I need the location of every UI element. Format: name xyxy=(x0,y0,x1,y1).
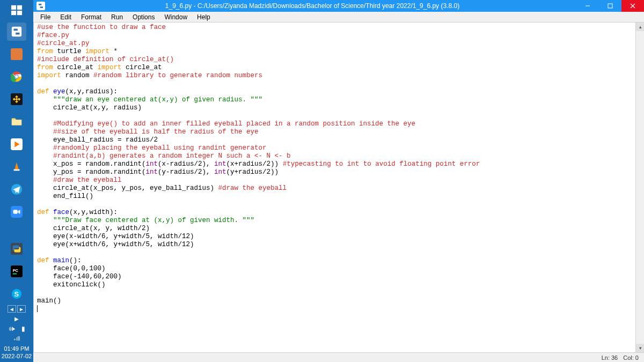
zoom-icon xyxy=(11,206,23,218)
svg-text:S: S xyxy=(14,290,19,298)
vlc-icon xyxy=(11,161,23,173)
svg-rect-0 xyxy=(11,5,16,10)
skype-icon: S xyxy=(11,288,23,300)
python-icon xyxy=(11,243,23,255)
idle-title-icon xyxy=(36,2,45,10)
editor-area: #use the function to draw a face#face.py… xyxy=(33,23,644,352)
taskbar-system-tray: ◄ ► ▶ 🕪 ▮ ₊ıll 01:49 PM 2022-07-02 xyxy=(0,305,33,362)
menu-window[interactable]: Window xyxy=(159,12,192,22)
taskbar-time: 01:49 PM xyxy=(2,345,32,352)
taskbar-date: 2022-07-02 xyxy=(2,352,32,360)
taskbar-app-python[interactable] xyxy=(7,240,26,258)
svg-text:PC: PC xyxy=(13,268,19,273)
chrome-icon xyxy=(11,71,23,83)
windows-logo-icon xyxy=(11,4,23,16)
start-button[interactable] xyxy=(0,0,33,20)
menu-options[interactable]: Options xyxy=(128,12,159,22)
taskbar-app-explorer[interactable] xyxy=(7,113,26,131)
taskbar-app-telegram[interactable] xyxy=(7,180,26,198)
svg-rect-1 xyxy=(17,5,22,10)
pycharm-icon: PC xyxy=(11,265,23,277)
menu-run[interactable]: Run xyxy=(106,12,128,22)
svg-rect-14 xyxy=(13,210,18,214)
media-player-icon xyxy=(11,138,23,150)
network-icon[interactable]: ₊ıll xyxy=(13,336,20,342)
taskbar-app-idle[interactable] xyxy=(7,23,26,41)
taskbar-app-chrome[interactable] xyxy=(7,68,26,86)
volume-icon[interactable]: 🕪 xyxy=(9,325,15,333)
svg-rect-18 xyxy=(13,274,17,275)
taskbar-app-skype[interactable]: S xyxy=(7,285,26,303)
taskbar-arrow-right[interactable]: ► xyxy=(17,305,26,313)
menu-format[interactable]: Format xyxy=(76,12,106,22)
svg-rect-11 xyxy=(14,169,20,171)
menu-help[interactable]: Help xyxy=(192,12,215,22)
svg-rect-23 xyxy=(608,4,612,8)
taskbar-show-hidden[interactable]: ▶ xyxy=(14,316,19,322)
svg-rect-4 xyxy=(12,27,21,36)
status-col: Col: 0 xyxy=(623,354,639,361)
vertical-scrollbar[interactable]: ▴ ▾ xyxy=(635,23,644,352)
taskbar-app-media[interactable] xyxy=(7,135,26,153)
taskbar-app-1[interactable] xyxy=(7,45,26,63)
status-line: Ln: 36 xyxy=(602,354,618,361)
minimize-button[interactable] xyxy=(576,0,599,12)
menu-edit[interactable]: Edit xyxy=(55,12,76,22)
taskbar-app-vlc[interactable] xyxy=(7,158,26,176)
taskbar-arrow-left[interactable]: ◄ xyxy=(8,305,16,313)
taskbar-app-zoom[interactable] xyxy=(7,203,26,221)
svg-point-8 xyxy=(15,75,18,78)
taskbar-app-binance[interactable] xyxy=(7,90,26,108)
scroll-down-button[interactable]: ▾ xyxy=(636,344,644,352)
taskbar: PC S ◄ ► ▶ 🕪 ▮ ₊ıll 01:49 PM 2022-07-02 xyxy=(0,0,33,362)
scroll-up-button[interactable]: ▴ xyxy=(636,23,644,31)
status-bar: Ln: 36 Col: 0 xyxy=(33,352,644,362)
app-icon xyxy=(35,1,46,11)
taskbar-clock[interactable]: 01:49 PM 2022-07-02 xyxy=(2,345,32,360)
taskbar-nav-arrows: ◄ ► xyxy=(8,305,26,313)
telegram-icon xyxy=(11,183,23,195)
menu-bar: File Edit Format Run Options Window Help xyxy=(33,12,644,23)
python-idle-icon xyxy=(11,26,23,38)
taskbar-app-pycharm[interactable]: PC xyxy=(7,262,26,280)
app-icon xyxy=(11,48,23,60)
window-title: 1_9_6.py - C:/Users/Ziyanda Madzidi/Down… xyxy=(48,2,576,10)
maximize-button[interactable] xyxy=(599,0,621,12)
folder-icon xyxy=(11,116,23,128)
svg-rect-5 xyxy=(11,48,23,60)
svg-rect-2 xyxy=(11,11,16,15)
battery-icon[interactable]: ▮ xyxy=(21,325,25,333)
code-editor[interactable]: #use the function to draw a face#face.py… xyxy=(33,23,635,352)
svg-rect-3 xyxy=(17,11,22,15)
svg-rect-21 xyxy=(36,2,45,10)
binance-icon xyxy=(11,93,23,105)
close-button[interactable] xyxy=(621,0,644,12)
window-title-bar: 1_9_6.py - C:/Users/Ziyanda Madzidi/Down… xyxy=(33,0,644,12)
svg-rect-15 xyxy=(11,243,23,255)
menu-file[interactable]: File xyxy=(35,12,55,22)
